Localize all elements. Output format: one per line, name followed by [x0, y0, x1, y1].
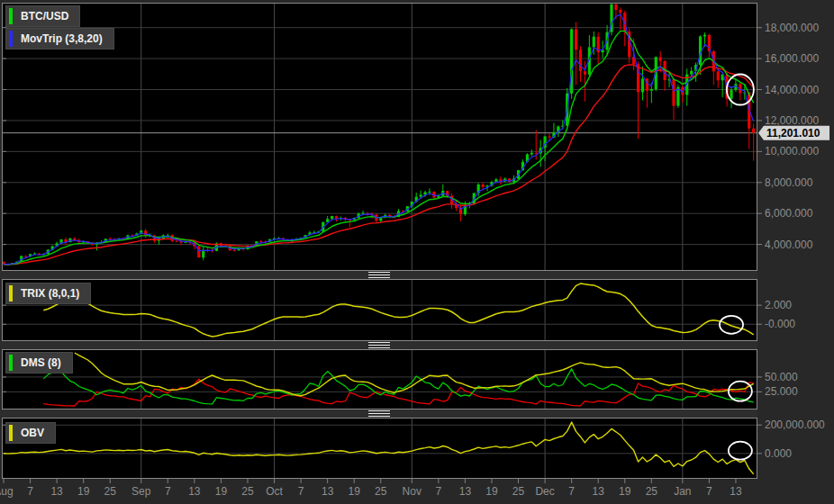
x-axis-label: 19 [77, 485, 90, 498]
legend-obv[interactable]: OBV [5, 422, 56, 444]
x-axis-label: 13 [593, 485, 605, 498]
candle-body [482, 184, 485, 187]
y-axis-label-dms: 50.000 [765, 371, 798, 383]
candle-body [619, 10, 621, 13]
y-axis-label-price: 4,000.000 [765, 238, 813, 251]
series-swatch-dms [9, 355, 13, 371]
x-axis-label: 7 [298, 485, 304, 498]
x-axis-label: Jan [674, 485, 691, 498]
candle-body [730, 90, 732, 99]
y-axis-label-price: 16,000.000 [765, 52, 819, 65]
y-axis-label-price: 18,000.000 [765, 22, 819, 34]
candle-body [575, 29, 577, 50]
obv-panel[interactable] [3, 418, 757, 479]
legend-btcusd[interactable]: BTC/USD [5, 5, 80, 27]
candle-body [690, 71, 693, 75]
x-axis-label: 25 [375, 485, 387, 498]
x-axis-label: 25 [512, 485, 525, 498]
x-axis-label: 7 [165, 485, 171, 498]
x-axis-label: 25 [646, 485, 658, 498]
y-axis-label-price: 10,000.000 [765, 145, 819, 158]
splitter-grip-icon[interactable] [368, 410, 390, 417]
y-axis-label-obv: 200,000.000 [765, 418, 825, 431]
y-axis-label-trix: -0.000 [765, 318, 795, 330]
series-swatch-movtrip [9, 31, 13, 47]
candle-body [593, 37, 595, 48]
trading-chart-window: 18,000.00016,000.00014,000.00012,000.000… [0, 0, 834, 504]
legend-trix[interactable]: TRIX (8,0,1) [5, 283, 91, 304]
legend-movtrip[interactable]: MovTrip (3,8,20) [5, 28, 114, 50]
candle-body [197, 247, 200, 258]
x-axis-label: 19 [485, 485, 498, 498]
x-axis-label: 19 [349, 485, 361, 498]
chart-canvas[interactable]: 18,000.00016,000.00014,000.00012,000.000… [0, 0, 834, 504]
candle-body [331, 216, 333, 219]
legend-dms[interactable]: DMS (8) [5, 352, 73, 374]
candle-body [176, 241, 178, 242]
candle-body [326, 219, 329, 221]
x-axis-label: Sep [131, 485, 151, 498]
x-axis-label: 13 [188, 485, 201, 498]
x-axis-label: 25 [241, 485, 254, 498]
candle-body [361, 213, 364, 214]
legend-movtrip-label: MovTrip (3,8,20) [21, 32, 103, 45]
series-swatch-price [9, 8, 13, 24]
candle-body [579, 50, 582, 71]
candle-body [672, 79, 675, 105]
x-axis-label: 19 [215, 485, 228, 498]
panel-splitter-1[interactable] [0, 271, 757, 279]
series-swatch-trix [9, 285, 13, 302]
candle-body [650, 89, 653, 91]
candle-body [584, 71, 586, 75]
candle-body [335, 216, 338, 219]
x-axis-label: Nov [403, 485, 422, 498]
x-axis-label: 13 [322, 485, 334, 498]
legend-trix-label: TRIX (8,0,1) [21, 287, 79, 300]
y-axis-label-trix: 2.000 [765, 299, 792, 311]
legend-obv-label: OBV [21, 427, 44, 439]
candle-body [530, 153, 533, 155]
candle-body [717, 71, 720, 80]
candle-body [752, 129, 755, 133]
splitter-grip-icon[interactable] [368, 342, 390, 348]
x-axis-label: 7 [27, 485, 33, 498]
panel-splitter-3[interactable] [0, 410, 757, 418]
candle-body [548, 137, 550, 138]
candle-body [420, 194, 422, 196]
y-axis-label-price: 12,000.000 [765, 114, 819, 127]
x-axis-label: 7 [436, 485, 442, 498]
candle-body [641, 78, 644, 92]
x-axis-label: 13 [730, 485, 742, 498]
price-panel[interactable] [3, 4, 757, 271]
last-price-tag-label: 11,201.010 [766, 127, 820, 140]
legend-dms-label: DMS (8) [21, 356, 61, 369]
candle-body [233, 250, 236, 251]
candle-body [659, 57, 662, 60]
candle-body [202, 250, 204, 257]
panel-splitter-2[interactable] [0, 341, 757, 349]
candle-body [535, 153, 538, 154]
x-axis-label: 13 [50, 485, 63, 498]
legend-btcusd-label: BTC/USD [21, 10, 68, 22]
x-axis-label: 13 [459, 485, 472, 498]
y-axis-label-obv: 0.000 [765, 447, 792, 460]
candle-body [259, 241, 262, 242]
y-axis-label-dms: 25.000 [765, 385, 798, 398]
candle-body [614, 4, 617, 10]
y-axis-label-price: 6,000.000 [765, 207, 813, 220]
x-axis-label: Aug [0, 485, 14, 498]
trix-panel[interactable] [3, 280, 757, 341]
x-axis-label: 25 [104, 485, 117, 498]
y-axis-label-price: 14,000.000 [765, 84, 819, 96]
candle-body [24, 256, 27, 256]
x-axis-label: Oct [266, 485, 283, 498]
candle-body [703, 35, 706, 37]
x-axis-label: 19 [619, 485, 631, 498]
series-swatch-obv [9, 425, 13, 441]
splitter-grip-icon[interactable] [368, 272, 390, 278]
x-axis-label: 7 [706, 485, 712, 498]
x-axis-label: 7 [568, 485, 575, 498]
y-axis-label-price: 8,000.000 [765, 176, 813, 189]
x-axis-label: Dec [535, 485, 554, 498]
candle-body [428, 192, 431, 193]
